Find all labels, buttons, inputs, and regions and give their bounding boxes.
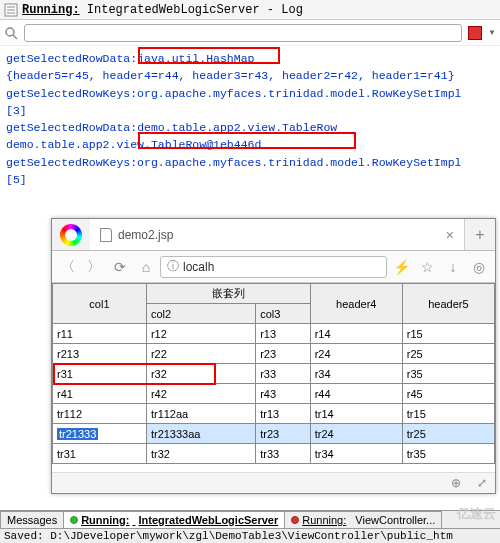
table-row[interactable]: tr112tr112aatr13tr14tr15 bbox=[53, 404, 495, 424]
browser-tab-strip: demo2.jsp × + bbox=[52, 219, 495, 251]
log-panel-title: Running: IntegratedWebLogicServer - Log bbox=[22, 3, 303, 17]
search-icon[interactable] bbox=[4, 26, 18, 40]
log-icon bbox=[4, 3, 18, 17]
dropdown-arrow-icon[interactable]: ▼ bbox=[488, 28, 496, 37]
table-row[interactable]: r11r12r13r14r15 bbox=[53, 324, 495, 344]
log-output: getSelectedRowData:java.util.HashMap {he… bbox=[0, 46, 500, 192]
running-dot-icon bbox=[70, 516, 78, 524]
tab-messages[interactable]: Messages bbox=[0, 511, 64, 528]
tab-close-icon[interactable]: × bbox=[446, 227, 454, 243]
data-table: col1 嵌套列 header4 header5 col2 col3 r11r1… bbox=[52, 283, 495, 464]
download-icon[interactable]: ↓ bbox=[441, 255, 465, 279]
table-row[interactable]: r31r32r33r34r35 bbox=[53, 364, 495, 384]
ide-bottom-tabs: Messages Running: IntegratedWebLogicServ… bbox=[0, 510, 500, 528]
browser-logo-icon[interactable] bbox=[60, 224, 82, 246]
tab-running-viewcontroller[interactable]: Running: ViewController... bbox=[284, 511, 442, 528]
column-header[interactable]: header5 bbox=[402, 284, 494, 324]
browser-toolbar: 〈 〉 ⟳ ⌂ ⓘ localh ⚡ ☆ ↓ ◎ bbox=[52, 251, 495, 283]
search-input[interactable] bbox=[24, 24, 462, 42]
column-header[interactable]: col3 bbox=[256, 304, 310, 324]
url-text: localh bbox=[183, 260, 214, 274]
editing-cell[interactable]: tr21333 bbox=[53, 424, 147, 444]
svg-point-4 bbox=[6, 28, 14, 36]
stop-button[interactable] bbox=[468, 26, 482, 40]
info-icon: ⓘ bbox=[167, 258, 179, 275]
running-dot-icon bbox=[291, 516, 299, 524]
extension-icon[interactable]: ◎ bbox=[467, 255, 491, 279]
forward-button[interactable]: 〉 bbox=[82, 255, 106, 279]
table-row[interactable]: tr31tr32tr33tr34tr35 bbox=[53, 444, 495, 464]
table-group-header-row: col1 嵌套列 header4 header5 bbox=[53, 284, 495, 304]
table-row-selected[interactable]: tr21333tr21333aatr23tr24tr25 bbox=[53, 424, 495, 444]
reload-button[interactable]: ⟳ bbox=[108, 255, 132, 279]
speed-icon[interactable]: ⚡ bbox=[389, 255, 413, 279]
browser-tab[interactable]: demo2.jsp × bbox=[90, 219, 465, 250]
tab-running-server[interactable]: Running: IntegratedWebLogicServer bbox=[63, 511, 285, 528]
status-bar: Saved: D:\JDeveloper\mywork\zgl\DemoTabl… bbox=[0, 528, 500, 543]
home-button[interactable]: ⌂ bbox=[134, 255, 158, 279]
new-tab-button[interactable]: + bbox=[465, 226, 495, 244]
browser-window: demo2.jsp × + 〈 〉 ⟳ ⌂ ⓘ localh ⚡ ☆ ↓ ◎ c… bbox=[51, 218, 496, 494]
url-bar[interactable]: ⓘ localh bbox=[160, 256, 387, 278]
watermark: 亿速云 bbox=[457, 505, 496, 523]
footer-icon[interactable]: ⊕ bbox=[451, 476, 461, 490]
column-group-header: 嵌套列 bbox=[146, 284, 310, 304]
search-row: ▼ bbox=[0, 20, 500, 46]
log-panel-header: Running: IntegratedWebLogicServer - Log bbox=[0, 0, 500, 20]
detach-icon[interactable]: ⤢ bbox=[477, 476, 487, 490]
star-icon[interactable]: ☆ bbox=[415, 255, 439, 279]
data-table-area: col1 嵌套列 header4 header5 col2 col3 r11r1… bbox=[52, 283, 495, 464]
table-row[interactable]: r41r42r43r44r45 bbox=[53, 384, 495, 404]
browser-footer: ⊕ ⤢ bbox=[52, 472, 495, 493]
tab-title: demo2.jsp bbox=[118, 228, 446, 242]
back-button[interactable]: 〈 bbox=[56, 255, 80, 279]
svg-line-5 bbox=[13, 35, 17, 39]
column-header[interactable]: header4 bbox=[310, 284, 402, 324]
table-row[interactable]: r213r22r23r24r25 bbox=[53, 344, 495, 364]
column-header[interactable]: col1 bbox=[53, 284, 147, 324]
page-icon bbox=[100, 228, 112, 242]
column-header[interactable]: col2 bbox=[146, 304, 255, 324]
